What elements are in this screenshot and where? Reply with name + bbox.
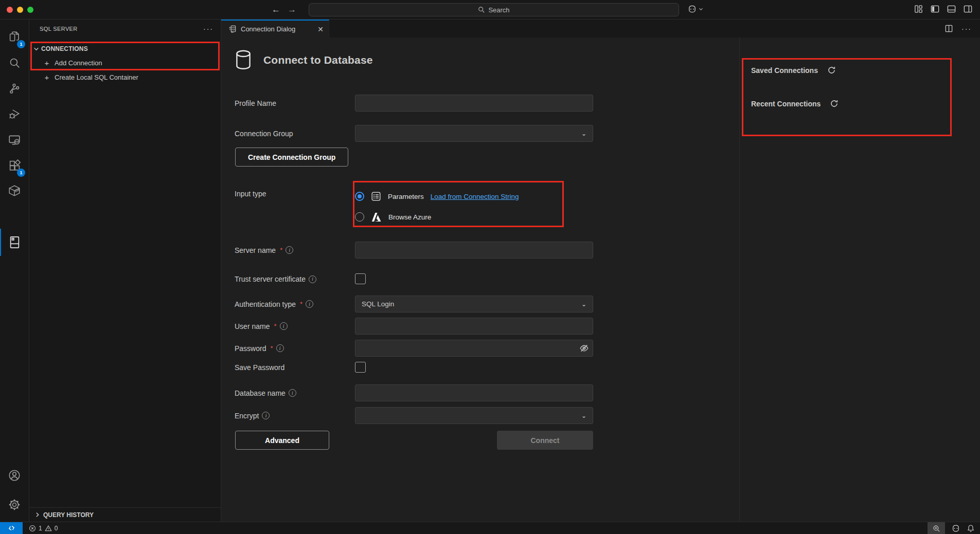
remote-indicator[interactable] (0, 522, 23, 534)
user-name-label: User name (235, 322, 270, 330)
title-bar: ← → Search (0, 0, 980, 20)
traffic-lights (7, 7, 33, 13)
parameters-option-label: Parameters (388, 193, 424, 200)
refresh-icon[interactable] (830, 99, 839, 108)
info-icon[interactable]: i (276, 344, 284, 352)
extensions-icon[interactable]: 1 (0, 153, 29, 178)
connection-dialog-tab-icon (228, 25, 237, 33)
run-debug-icon[interactable] (0, 102, 29, 126)
toggle-secondary-sidebar-icon[interactable] (963, 4, 973, 14)
password-label: Password (235, 344, 266, 353)
user-name-input[interactable] (355, 318, 593, 335)
split-editor-icon[interactable] (945, 24, 953, 33)
parameters-radio[interactable] (355, 192, 364, 201)
connections-section-header[interactable]: CONNECTIONS (29, 42, 221, 56)
settings-gear-icon[interactable] (0, 492, 29, 517)
editor-more-actions-icon[interactable]: ··· (961, 25, 972, 33)
save-password-checkbox[interactable] (355, 362, 366, 373)
search-icon (478, 6, 485, 13)
info-icon[interactable]: i (280, 322, 288, 330)
search-view-icon[interactable] (0, 50, 29, 75)
customize-layout-icon[interactable] (914, 4, 923, 14)
maximize-window-button[interactable] (27, 7, 33, 13)
remote-explorer-icon[interactable] (0, 127, 29, 152)
containers-icon[interactable] (0, 178, 29, 203)
forward-arrow-icon[interactable]: → (288, 4, 296, 16)
remote-icon (8, 524, 15, 532)
chevron-down-icon: ⌄ (581, 301, 586, 308)
activity-bar: 1 1 (0, 20, 29, 522)
sql-server-view-icon[interactable] (0, 230, 29, 254)
status-bar: 1 0 (0, 522, 980, 534)
server-name-input[interactable] (355, 242, 593, 259)
saved-connections-title: Saved Connections (751, 66, 818, 75)
explorer-badge: 1 (17, 40, 25, 48)
extensions-badge: 1 (17, 169, 25, 177)
search-placeholder: Search (488, 6, 509, 14)
right-panel-divider (739, 38, 740, 522)
minimize-window-button[interactable] (17, 7, 23, 13)
explorer-icon[interactable]: 1 (0, 25, 29, 49)
refresh-icon[interactable] (827, 66, 836, 75)
encrypt-label: Encrypt (235, 412, 259, 420)
connect-button[interactable]: Connect (497, 431, 593, 450)
recent-connections-title: Recent Connections (751, 100, 821, 108)
database-icon (235, 49, 252, 71)
more-actions-icon[interactable]: ··· (203, 25, 213, 33)
authentication-type-label: Authentication type (235, 300, 296, 308)
info-icon[interactable]: i (306, 300, 313, 308)
back-arrow-icon[interactable]: ← (272, 4, 280, 16)
browse-azure-radio[interactable] (355, 212, 364, 222)
problems-status[interactable]: 1 0 (29, 525, 58, 532)
warning-icon (45, 525, 52, 532)
info-icon[interactable]: i (309, 275, 316, 283)
password-input[interactable] (355, 340, 593, 357)
database-name-input[interactable] (355, 384, 593, 401)
trust-server-certificate-label: Trust server certificate (235, 275, 306, 283)
azure-icon (371, 212, 382, 223)
add-connection-item[interactable]: + Add Connection (29, 56, 221, 70)
toggle-panel-icon[interactable] (947, 4, 956, 14)
chevron-down-icon (699, 7, 703, 11)
sidebar-sql-server: SQL SERVER ··· CONNECTIONS + Add Connect… (29, 20, 221, 522)
plus-icon: + (43, 73, 50, 82)
chevron-down-icon (33, 46, 39, 52)
screencast-zoom-button[interactable] (928, 522, 945, 534)
sidebar-title: SQL SERVER (40, 26, 203, 32)
source-control-icon[interactable] (0, 76, 29, 101)
close-window-button[interactable] (7, 7, 13, 13)
profile-name-label: Profile Name (235, 99, 276, 107)
close-tab-icon[interactable]: ✕ (317, 25, 324, 33)
show-password-eye-off-icon[interactable] (579, 343, 589, 353)
create-local-sql-container-item[interactable]: + Create Local SQL Container (29, 70, 221, 84)
tab-connection-dialog[interactable]: Connection Dialog ✕ (221, 20, 329, 38)
command-center-search[interactable]: Search (309, 3, 679, 16)
query-history-section-header[interactable]: QUERY HISTORY (29, 507, 221, 522)
authentication-type-dropdown[interactable]: SQL Login ⌄ (355, 296, 593, 312)
profile-name-input[interactable] (355, 95, 593, 112)
notifications-bell-icon[interactable] (967, 524, 975, 532)
error-icon (29, 525, 36, 532)
chevron-down-icon: ⌄ (581, 130, 586, 137)
chevron-right-icon (34, 512, 40, 518)
trust-server-certificate-checkbox[interactable] (355, 273, 366, 284)
create-connection-group-button[interactable]: Create Connection Group (235, 148, 348, 167)
connection-group-dropdown[interactable]: ⌄ (355, 125, 593, 142)
info-icon[interactable]: i (289, 389, 296, 397)
input-type-label: Input type (235, 190, 266, 198)
copilot-status-icon[interactable] (951, 524, 960, 533)
advanced-button[interactable]: Advanced (235, 431, 329, 450)
save-password-label: Save Password (235, 363, 284, 372)
info-icon[interactable]: i (262, 412, 270, 419)
toggle-primary-sidebar-icon[interactable] (930, 4, 940, 14)
copilot-menu[interactable] (687, 4, 703, 14)
load-from-connection-string-link[interactable]: Load from Connection String (431, 193, 519, 200)
editor-area: Connection Dialog ✕ ··· Connect to Datab… (221, 20, 980, 522)
accounts-icon[interactable] (0, 463, 29, 488)
info-icon[interactable]: i (286, 246, 293, 254)
copilot-icon (687, 4, 697, 14)
page-title: Connect to Database (263, 54, 373, 66)
database-name-label: Database name (235, 389, 286, 397)
plus-icon: + (43, 59, 50, 67)
encrypt-dropdown[interactable]: ⌄ (355, 407, 593, 424)
